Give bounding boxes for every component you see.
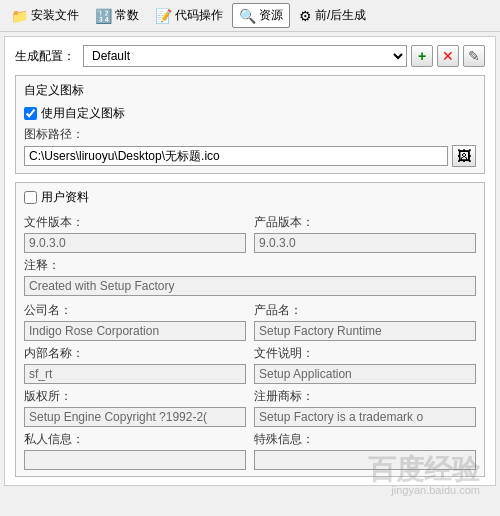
toolbar-pre-post[interactable]: ⚙ 前/后生成 [292,3,373,28]
config-delete-button[interactable]: ✕ [437,45,459,67]
file-version-group: 文件版本： [24,210,246,253]
private-label: 私人信息： [24,431,246,448]
company-product-row: 公司名： 产品名： [24,298,476,341]
main-content: 生成配置： Default + ✕ ✎ 自定义图标 使用自定义图标 图标路径： … [4,36,496,486]
file-version-label: 文件版本： [24,214,246,231]
comments-input[interactable] [24,276,476,296]
private-group: 私人信息： [24,427,246,470]
icon-path-label: 图标路径： [24,126,476,143]
internal-group: 内部名称： [24,341,246,384]
private-input[interactable] [24,450,246,470]
copyright-input[interactable] [24,407,246,427]
toolbar-pre-post-label: 前/后生成 [315,7,366,24]
icon-path-input[interactable] [24,146,448,166]
user-data-checkbox[interactable] [24,191,37,204]
trademark-group: 注册商标： [254,384,476,427]
private-special-row: 私人信息： 特殊信息： [24,427,476,470]
product-version-input[interactable] [254,233,476,253]
special-group: 特殊信息： [254,427,476,470]
file-version-input[interactable] [24,233,246,253]
custom-icon-checkbox-row: 使用自定义图标 [24,105,476,122]
install-file-icon: 📁 [11,8,28,24]
toolbar-install-file[interactable]: 📁 安装文件 [4,3,86,28]
trademark-label: 注册商标： [254,388,476,405]
custom-icon-title: 自定义图标 [24,82,476,99]
version-row: 文件版本： 产品版本： [24,210,476,253]
toolbar-constants-label: 常数 [115,7,139,24]
resources-icon: 🔍 [239,8,256,24]
product-name-input[interactable] [254,321,476,341]
toolbar-resources-label: 资源 [259,7,283,24]
internal-filedesc-row: 内部名称： 文件说明： [24,341,476,384]
product-name-group: 产品名： [254,298,476,341]
copyright-label: 版权所： [24,388,246,405]
user-data-label[interactable]: 用户资料 [41,189,89,206]
use-custom-icon-label[interactable]: 使用自定义图标 [41,105,125,122]
use-custom-icon-checkbox[interactable] [24,107,37,120]
custom-icon-section: 自定义图标 使用自定义图标 图标路径： 🖼 [15,75,485,174]
product-version-group: 产品版本： [254,210,476,253]
toolbar-code-ops-label: 代码操作 [175,7,223,24]
file-desc-input[interactable] [254,364,476,384]
user-data-checkbox-row: 用户资料 [24,189,476,206]
icon-browse-button[interactable]: 🖼 [452,145,476,167]
config-label: 生成配置： [15,48,75,65]
toolbar-install-file-label: 安装文件 [31,7,79,24]
internal-input[interactable] [24,364,246,384]
special-label: 特殊信息： [254,431,476,448]
file-desc-group: 文件说明： [254,341,476,384]
product-version-label: 产品版本： [254,214,476,231]
trademark-input[interactable] [254,407,476,427]
toolbar: 📁 安装文件 🔢 常数 📝 代码操作 🔍 资源 ⚙ 前/后生成 [0,0,500,32]
copyright-trademark-row: 版权所： 注册商标： [24,384,476,427]
file-desc-label: 文件说明： [254,345,476,362]
icon-path-row: 🖼 [24,145,476,167]
toolbar-code-ops[interactable]: 📝 代码操作 [148,3,230,28]
internal-label: 内部名称： [24,345,246,362]
copyright-group: 版权所： [24,384,246,427]
special-input[interactable] [254,450,476,470]
toolbar-constants[interactable]: 🔢 常数 [88,3,146,28]
code-ops-icon: 📝 [155,8,172,24]
comments-label: 注释： [24,257,476,274]
pre-post-icon: ⚙ [299,8,312,24]
product-name-label: 产品名： [254,302,476,319]
constants-icon: 🔢 [95,8,112,24]
user-data-section: 用户资料 文件版本： 产品版本： 注释： 公司名： 产品名： [15,182,485,477]
company-input[interactable] [24,321,246,341]
config-select[interactable]: Default [83,45,407,67]
config-row: 生成配置： Default + ✕ ✎ [15,45,485,67]
company-group: 公司名： [24,298,246,341]
toolbar-resources[interactable]: 🔍 资源 [232,3,290,28]
config-add-button[interactable]: + [411,45,433,67]
company-label: 公司名： [24,302,246,319]
config-edit-button[interactable]: ✎ [463,45,485,67]
comments-group: 注释： [24,257,476,296]
config-select-wrapper: Default + ✕ ✎ [83,45,485,67]
